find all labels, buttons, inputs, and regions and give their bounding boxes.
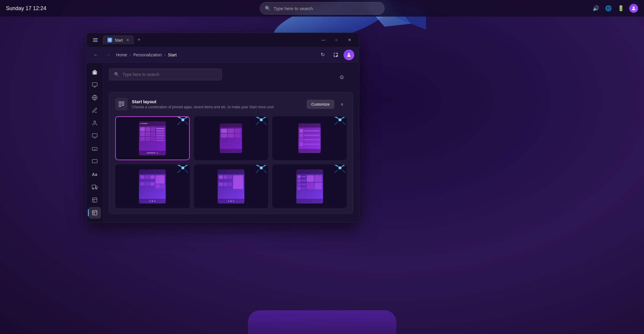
deco-bottom-wave [248, 310, 396, 334]
settings-search-box[interactable]: 🔍 Type here to search [109, 69, 222, 80]
layout-option-3[interactable] [272, 116, 347, 160]
forward-button[interactable]: → [104, 50, 113, 60]
close-button[interactable]: ✕ [344, 35, 355, 45]
svg-rect-4 [93, 38, 98, 39]
section-actions: Customize ∧ [307, 99, 347, 109]
main-panel: 🔍 Type here to search ⚙ [103, 63, 359, 222]
nav-profile-avatar[interactable] [344, 50, 354, 60]
layout-option-4[interactable] [115, 164, 190, 208]
svg-rect-29 [92, 198, 97, 202]
svg-rect-5 [93, 40, 98, 40]
nav-bar: ← → Home › Personalization › Start ↻ [86, 47, 359, 63]
svg-rect-10 [110, 40, 111, 41]
breadcrumb-start[interactable]: Start [168, 53, 177, 57]
taskbar-sound-icon[interactable]: 🔊 [592, 4, 600, 12]
svg-rect-12 [92, 82, 97, 86]
sidebar: Aa [86, 63, 103, 222]
menu-icon[interactable] [90, 35, 101, 45]
settings-gear-icon[interactable]: ⚙ [339, 74, 344, 81]
svg-point-38 [181, 166, 184, 169]
layout-bow-3 [330, 116, 347, 129]
sidebar-item-update[interactable] [88, 207, 101, 219]
collapse-button[interactable]: ∧ [337, 99, 347, 109]
svg-rect-17 [92, 134, 97, 137]
breadcrumb-home[interactable]: Home [116, 53, 127, 57]
taskbar-battery-icon[interactable]: 🔋 [617, 4, 625, 12]
sidebar-item-network[interactable] [88, 92, 101, 103]
svg-point-40 [338, 166, 341, 169]
svg-rect-31 [119, 102, 121, 104]
svg-point-39 [260, 166, 263, 169]
sidebar-item-accessibility[interactable] [88, 182, 101, 193]
refresh-button[interactable]: ↻ [317, 50, 328, 60]
taskbar-search-placeholder: Type here to search [274, 6, 313, 11]
tab-title: Start [115, 38, 123, 42]
breadcrumb-sep-2: › [164, 53, 166, 57]
taskbar: Sunday 17 12:24 🔍 Type here to search 🔊 … [0, 0, 644, 17]
layout-option-2[interactable] [194, 116, 268, 160]
svg-point-11 [348, 53, 350, 55]
section-title: Start layout [132, 99, 274, 104]
sidebar-item-fonts[interactable]: Aa [88, 168, 101, 180]
title-bar: Start ✕ + — ○ ✕ [86, 33, 359, 47]
customize-button[interactable]: Customize [307, 100, 334, 109]
svg-rect-6 [93, 41, 98, 42]
layout-grid [115, 116, 347, 208]
tab-favicon [107, 38, 112, 42]
layout-bow-6 [330, 164, 347, 177]
sidebar-item-home[interactable] [88, 66, 101, 78]
section-icon [115, 98, 128, 110]
extensions-button[interactable] [330, 50, 341, 60]
browser-tab[interactable]: Start ✕ [103, 36, 134, 44]
minimize-button[interactable]: — [317, 35, 329, 45]
section-description: Choose a combination of pinned apps, rec… [132, 105, 274, 109]
svg-point-37 [338, 118, 341, 121]
svg-rect-25 [92, 159, 97, 163]
svg-point-36 [260, 118, 263, 121]
svg-point-35 [181, 118, 184, 121]
sidebar-item-privacy[interactable] [88, 194, 101, 206]
svg-rect-19 [92, 147, 97, 150]
sidebar-item-gaming[interactable] [88, 156, 101, 167]
svg-rect-7 [109, 39, 110, 40]
svg-rect-34 [122, 105, 124, 106]
taskbar-profile-icon[interactable] [629, 4, 638, 13]
layout-bow-4 [173, 164, 190, 177]
layout-bow-2 [251, 116, 268, 129]
section-text: Start layout Choose a combination of pin… [132, 99, 274, 109]
taskbar-search-icon: 🔍 [265, 6, 271, 11]
browser-window: Start ✕ + — ○ ✕ ← → Home › Personalizati… [86, 33, 359, 222]
svg-point-3 [633, 7, 634, 8]
taskbar-right-icons: 🔊 🌐 🔋 [592, 4, 638, 13]
sidebar-item-display[interactable] [88, 79, 101, 90]
new-tab-button[interactable]: + [136, 36, 142, 44]
svg-point-16 [94, 121, 96, 123]
svg-rect-8 [110, 39, 111, 40]
content-area: Aa [86, 63, 359, 222]
sidebar-item-apps[interactable] [88, 130, 101, 142]
breadcrumb: Home › Personalization › Start [116, 53, 177, 57]
sidebar-item-accounts[interactable] [88, 117, 101, 129]
layout-option-1[interactable] [115, 116, 190, 160]
layout-option-5[interactable] [194, 164, 268, 208]
nav-bar-right: ↻ [317, 50, 354, 60]
taskbar-network-icon[interactable]: 🌐 [604, 4, 613, 12]
sidebar-item-personalization[interactable] [88, 105, 101, 116]
svg-point-27 [92, 188, 94, 189]
search-row: 🔍 Type here to search ⚙ [109, 69, 353, 86]
back-button[interactable]: ← [91, 50, 101, 60]
layout-bow-5 [251, 164, 268, 177]
tab-close-button[interactable]: ✕ [126, 38, 129, 42]
settings-search-icon: 🔍 [114, 72, 120, 77]
layout-option-6[interactable] [272, 164, 347, 208]
svg-rect-33 [119, 105, 121, 106]
svg-rect-32 [122, 102, 124, 104]
taskbar-datetime: Sunday 17 12:24 [6, 5, 46, 12]
sidebar-item-keyboard[interactable] [88, 143, 101, 155]
taskbar-search[interactable]: 🔍 Type here to search [260, 2, 384, 15]
restore-button[interactable]: ○ [330, 35, 342, 45]
layout-bow-1 [173, 116, 190, 129]
breadcrumb-sep-1: › [129, 53, 131, 57]
settings-search-placeholder: Type here to search [123, 72, 159, 77]
breadcrumb-personalization[interactable]: Personalization [133, 53, 162, 57]
